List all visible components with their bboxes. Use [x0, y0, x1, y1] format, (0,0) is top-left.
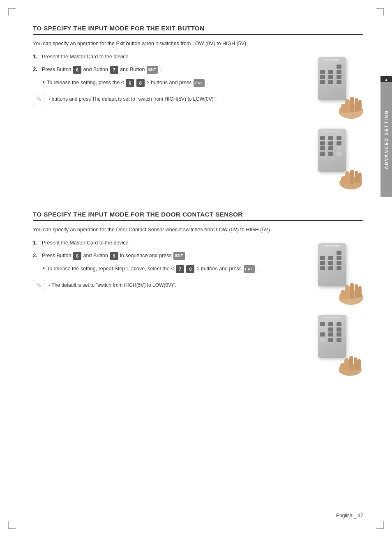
- section2-step2: 2. Press Button 6 and Button 9 in sequen…: [33, 252, 302, 260]
- section1-note: ✎ buttons and press The default is set t…: [33, 94, 302, 105]
- svg-rect-21: [354, 357, 357, 370]
- hand-svg-4: [334, 344, 367, 377]
- section2-step1: 1. Present the Master Card to the device…: [33, 239, 302, 247]
- svg-rect-20: [349, 356, 353, 371]
- s2-bullet-key2: 0: [186, 265, 194, 273]
- bullet-end: .: [207, 80, 208, 85]
- page: ADVANCED SETTING TO SPECIFY THE INPUT MO…: [0, 0, 392, 537]
- d-btn: [328, 266, 333, 270]
- section2-content: 1. Present the Master Card to the device…: [33, 239, 363, 376]
- bullet-suffix: > buttons and press: [146, 80, 191, 85]
- s2-step1-text: Present the Master Card to the device.: [42, 239, 130, 247]
- d-btn: [320, 332, 325, 336]
- d-btn: [328, 251, 333, 255]
- section2-desc: You can specify an operation for the Doo…: [33, 227, 363, 233]
- d-btn: [320, 136, 325, 140]
- d-btn: [337, 65, 341, 69]
- svg-rect-16: [358, 286, 362, 297]
- s2-bullet-key3: ENT: [244, 265, 255, 273]
- device-grid-1: [318, 62, 346, 86]
- d-btn: [337, 146, 341, 150]
- note-text: buttons and press The default is set to …: [48, 94, 217, 103]
- device-grid-3: [318, 249, 346, 272]
- device-grid-4: [318, 320, 346, 344]
- step2-prefix: Press Button: [42, 67, 71, 72]
- section2-bullet: To release the setting, repeat Step 1 ab…: [43, 265, 302, 273]
- s2-step2-prefix: Press Button: [42, 253, 71, 258]
- brand-label-1: SAMSUNG: [318, 57, 346, 61]
- d-btn: [337, 136, 341, 140]
- corner-mark-bl: [8, 521, 16, 529]
- d-btn: [320, 266, 325, 270]
- hand-svg-1: [334, 87, 367, 120]
- section2-instructions: 1. Present the Master Card to the device…: [33, 239, 302, 376]
- d-btn: [320, 251, 325, 255]
- d-btn: [328, 65, 333, 69]
- d-btn: [320, 65, 325, 69]
- device-image-2: SAMSUNG: [310, 124, 363, 190]
- svg-rect-22: [357, 359, 361, 370]
- svg-rect-2: [350, 97, 354, 113]
- d-btn: [320, 322, 325, 326]
- brand-label-2: SAMSUNG: [318, 129, 346, 133]
- d-btn: [320, 338, 325, 342]
- step1-text: Present the Master Card to the device.: [42, 53, 130, 61]
- d-btn: [328, 136, 333, 140]
- d-btn: [337, 251, 341, 255]
- section1-step1: 1. Present the Master Card to the device…: [33, 53, 302, 61]
- d-btn: [320, 256, 325, 260]
- hand-svg-3: [334, 273, 367, 306]
- device-image-4: SAMSUNG: [310, 311, 363, 376]
- d-btn: [337, 322, 341, 326]
- s2-step2-key2: 9: [110, 252, 118, 260]
- bullet-key3: ENT: [194, 79, 205, 87]
- s2-step2-key3: ENT: [173, 252, 185, 260]
- d-btn: [328, 322, 333, 326]
- s2-bullet-suffix: > buttons and press: [196, 266, 242, 272]
- d-btn: [328, 80, 333, 84]
- corner-mark-tr: [376, 8, 384, 16]
- step2-suffix: .: [160, 67, 161, 72]
- s2-step2-key1: 6: [73, 252, 81, 260]
- d-btn: [328, 152, 333, 156]
- step2-key3: ENT: [147, 66, 158, 74]
- d-btn: [320, 80, 325, 84]
- d-btn: [337, 75, 341, 79]
- d-btn: [337, 256, 341, 260]
- s2-step2-mid2: in sequence and press: [120, 253, 172, 258]
- section2-title: TO SPECIFY THE INPUT MODE FOR THE DOOR C…: [33, 211, 363, 221]
- hand-wrap-4: [334, 344, 367, 378]
- bullet-key1: 6: [126, 79, 134, 87]
- d-btn: [328, 261, 333, 265]
- d-btn: [328, 332, 333, 336]
- note-icon-2: ✎: [33, 280, 44, 291]
- step2-num: 2.: [33, 66, 39, 72]
- section1-title: TO SPECIFY THE INPUT MODE FOR THE EXIT B…: [33, 25, 363, 35]
- section2-images: SAMSUNG: [310, 239, 363, 376]
- note-text-2: The default is set to "switch from HIGH(…: [48, 280, 176, 289]
- section1-bullet: To release the setting, press the < 6 8 …: [43, 79, 302, 87]
- d-btn: [337, 141, 341, 145]
- svg-rect-9: [355, 171, 358, 183]
- brand-label-4: SAMSUNG: [318, 315, 346, 319]
- s2-step2-mid: and Button: [83, 253, 108, 258]
- step2-key2: 7: [110, 66, 118, 74]
- d-btn: [320, 327, 325, 332]
- svg-rect-5: [341, 104, 346, 113]
- bullet-text: To release the setting, press the < 6 8 …: [47, 79, 208, 87]
- step2-mid2: and Button: [120, 67, 145, 72]
- s2-bullet-key1: 7: [176, 265, 184, 273]
- section1-step2: 2. Press Button 6 and Button 7 and Butto…: [33, 66, 302, 74]
- d-btn: [328, 338, 333, 342]
- hand-wrap-2: [334, 158, 367, 192]
- s2-step2-text: Press Button 6 and Button 9 in sequence …: [42, 252, 188, 260]
- d-btn: [328, 327, 333, 332]
- sidebar-label: ADVANCED SETTING: [380, 82, 392, 197]
- section2-note: ✎ The default is set to "switch from HIG…: [33, 280, 302, 291]
- svg-rect-15: [355, 284, 358, 298]
- d-btn: [337, 152, 341, 156]
- section1-content: 1. Present the Master Card to the device…: [33, 53, 363, 190]
- hand-wrap-3: [334, 273, 367, 307]
- page-footer: English _ 37: [336, 513, 363, 519]
- device-grid-2: [318, 134, 346, 158]
